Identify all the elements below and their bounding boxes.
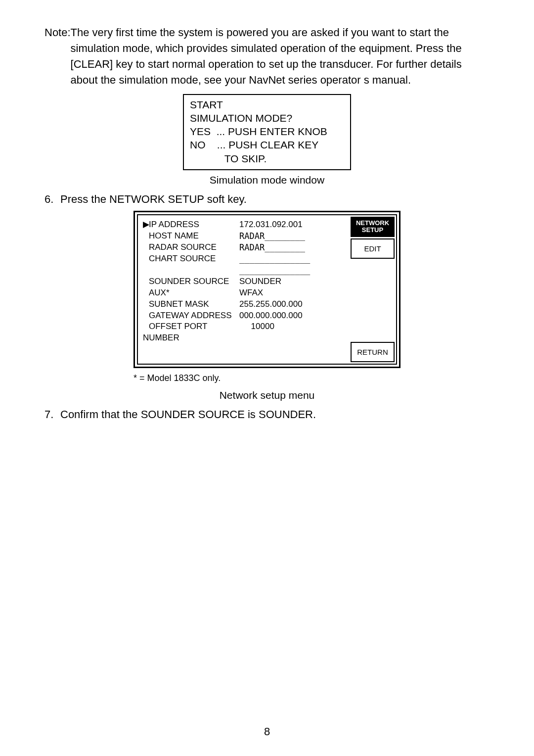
row-blank: ______________ [143, 265, 344, 276]
page-number: 8 [0, 725, 534, 738]
step-6-text: Press the NETWORK SETUP soft key. [60, 193, 247, 206]
step-7: 7. Confirm that the SOUNDER SOURCE is SO… [44, 408, 490, 421]
simulation-caption: Simulation mode window [44, 174, 490, 186]
value-ip: 172.031.092.001 [239, 219, 303, 231]
value-subnet: 255.255.000.000 [239, 299, 303, 310]
network-sidebar: NETWORK SETUP EDIT RETURN [349, 215, 396, 364]
sim-line-4: NO ... PUSH CLEAR KEY [190, 138, 344, 151]
row-radar-source: RADAR SOURCE RADAR________ [143, 242, 344, 253]
network-setup-title: NETWORK SETUP [351, 217, 395, 237]
label-aux: AUX* [149, 288, 170, 297]
label-radar-src: RADAR SOURCE [149, 242, 217, 252]
label-ip: IP ADDRESS [149, 220, 199, 229]
step-6-number: 6. [44, 193, 60, 206]
network-title-l1: NETWORK [356, 219, 389, 227]
value-gateway: 000.000.000.000 [239, 310, 303, 322]
sim-line-3: YES ... PUSH ENTER KNOB [190, 125, 344, 138]
row-aux: AUX* WFAX [143, 287, 344, 299]
footnote-1833c: * = Model 1833C only. [134, 373, 400, 383]
row-subnet-mask: SUBNET MASK 255.255.000.000 [143, 299, 344, 310]
row-host-name: HOST NAME RADAR________ [143, 231, 344, 242]
row-ip-address: ▶IP ADDRESS 172.031.092.001 [143, 219, 344, 231]
step-7-number: 7. [44, 408, 60, 421]
edit-button[interactable]: EDIT [351, 238, 395, 259]
value-sounder-src: SOUNDER [239, 276, 281, 287]
return-button[interactable]: RETURN [351, 342, 395, 362]
simulation-mode-window: START SIMULATION MODE? YES ... PUSH ENTE… [183, 94, 351, 170]
network-title-l2: SETUP [362, 226, 383, 234]
sim-line-5: TO SKIP. [190, 152, 344, 165]
value-blank: ______________ [239, 265, 310, 276]
row-chart-source: CHART SOURCE ______________ [143, 253, 344, 265]
network-setup-screen: ▶IP ADDRESS 172.031.092.001 HOST NAME RA… [134, 211, 400, 368]
label-offset: OFFSET PORT NUMBER [143, 322, 207, 342]
value-chart-src: ______________ [239, 253, 310, 265]
note-text: The very first time the system is powere… [71, 25, 490, 88]
row-offset-port: OFFSET PORT NUMBER 10000 [143, 321, 344, 344]
sim-line-2: SIMULATION MODE? [190, 111, 344, 125]
sim-line-1: START [190, 98, 344, 111]
note-paragraph: Note: The very first time the system is … [44, 25, 490, 88]
step-7-text: Confirm that the SOUNDER SOURCE is SOUND… [60, 408, 316, 421]
value-host: RADAR________ [239, 231, 305, 242]
step-6: 6. Press the NETWORK SETUP soft key. [44, 193, 490, 206]
cursor-icon: ▶ [143, 219, 149, 231]
row-gateway: GATEWAY ADDRESS 000.000.000.000 [143, 310, 344, 322]
network-content-panel: ▶IP ADDRESS 172.031.092.001 HOST NAME RA… [138, 215, 349, 364]
value-aux: WFAX [239, 287, 263, 299]
label-chart-src: CHART SOURCE [149, 254, 216, 263]
note-label: Note: [44, 25, 71, 88]
value-radar-src: RADAR________ [239, 242, 305, 253]
label-gateway: GATEWAY ADDRESS [149, 311, 232, 320]
label-sounder-src: SOUNDER SOURCE [149, 277, 229, 286]
network-caption: Network setup menu [44, 389, 490, 401]
label-subnet: SUBNET MASK [149, 299, 209, 309]
label-host: HOST NAME [149, 231, 199, 240]
value-offset: 10000 [239, 321, 274, 344]
row-sounder-source: SOUNDER SOURCE SOUNDER [143, 276, 344, 287]
